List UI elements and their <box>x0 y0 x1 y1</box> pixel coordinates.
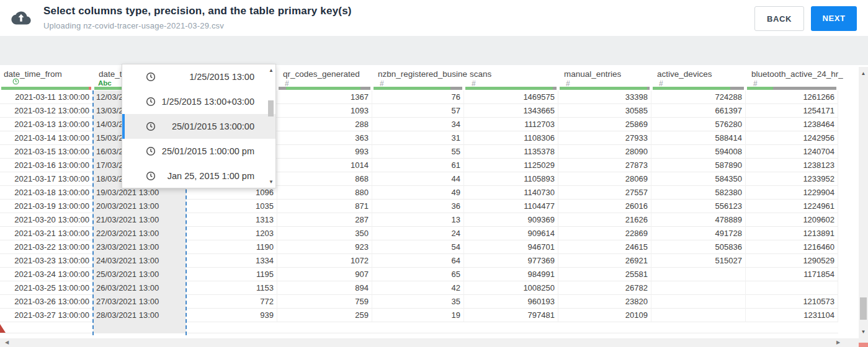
cell[interactable]: 587890 <box>651 159 746 172</box>
cell[interactable]: 24 <box>372 227 464 240</box>
cell[interactable]: 23/03/2021 13:00 <box>93 240 186 254</box>
cell[interactable]: 1469575 <box>464 90 558 104</box>
cell[interactable]: 2021-03-20 13:00:00 <box>0 213 93 227</box>
cell[interactable]: 1210573 <box>746 295 838 309</box>
cell[interactable]: 26921 <box>558 254 651 268</box>
cell[interactable] <box>746 281 838 295</box>
dropdown-option[interactable]: 25/01/2015 1:00:00 pm <box>122 139 275 164</box>
cell[interactable]: 27/03/2021 13:00 <box>93 295 186 309</box>
cell[interactable]: 1014 <box>277 159 372 172</box>
cell[interactable]: 2021-03-16 13:00:00 <box>0 159 93 172</box>
cell[interactable]: 1254171 <box>746 104 838 118</box>
cell[interactable]: 2021-03-17 13:00:00 <box>0 172 93 186</box>
cell[interactable]: 1093 <box>277 104 372 118</box>
cell[interactable]: 21626 <box>558 213 651 227</box>
cell[interactable]: 57 <box>372 104 464 118</box>
cell[interactable]: 24615 <box>558 240 651 254</box>
cell[interactable]: 65 <box>372 268 464 281</box>
next-button[interactable]: NEXT <box>811 6 857 31</box>
cell[interactable]: 977369 <box>464 254 558 268</box>
cell[interactable]: 28/03/2021 13:00 <box>93 309 186 322</box>
cell[interactable]: 27557 <box>558 186 651 200</box>
cell[interactable]: 31 <box>372 131 464 145</box>
cell[interactable]: 2021-03-23 13:00:00 <box>0 254 93 268</box>
cell[interactable]: 22869 <box>558 227 651 240</box>
cell[interactable]: 894 <box>277 281 372 295</box>
cell[interactable]: 1135378 <box>464 145 558 159</box>
cell[interactable] <box>651 309 746 322</box>
cell[interactable]: 576280 <box>651 118 746 131</box>
cell[interactable]: 2021-03-25 13:00:00 <box>0 281 93 295</box>
cell[interactable]: 27873 <box>558 159 651 172</box>
cell[interactable]: 939 <box>186 309 277 322</box>
cell[interactable]: 907 <box>277 268 372 281</box>
cell[interactable]: 588414 <box>651 131 746 145</box>
cell[interactable]: 724288 <box>651 90 746 104</box>
cell[interactable]: 1224961 <box>746 200 838 213</box>
cell[interactable]: 2021-03-14 13:00:00 <box>0 131 93 145</box>
cell[interactable]: 960193 <box>464 295 558 309</box>
cell[interactable]: 35 <box>372 295 464 309</box>
dropdown-option[interactable]: 25/01/2015 13:00:00 <box>122 114 275 139</box>
cell[interactable]: 42 <box>372 281 464 295</box>
cell[interactable]: 64 <box>372 254 464 268</box>
cell[interactable]: 288 <box>277 118 372 131</box>
cell[interactable]: 363 <box>277 131 372 145</box>
cell[interactable]: 49 <box>372 186 464 200</box>
scroll-right-icon[interactable]: ▶ <box>836 338 840 347</box>
cell[interactable]: 1231104 <box>746 309 838 322</box>
cell[interactable]: 1072 <box>277 254 372 268</box>
cell[interactable]: 25869 <box>558 118 651 131</box>
cell[interactable]: 2021-03-19 13:00:00 <box>0 200 93 213</box>
cell[interactable]: 27933 <box>558 131 651 145</box>
cell[interactable]: 661397 <box>651 104 746 118</box>
cell[interactable]: 594008 <box>651 145 746 159</box>
cell[interactable]: 1233952 <box>746 172 838 186</box>
cell[interactable]: 909614 <box>464 227 558 240</box>
cell[interactable]: 350 <box>277 227 372 240</box>
cell[interactable]: 61 <box>372 159 464 172</box>
cell[interactable]: 287 <box>277 213 372 227</box>
cell[interactable]: 1367 <box>277 90 372 104</box>
cell[interactable]: 26782 <box>558 281 651 295</box>
cell[interactable]: 1140730 <box>464 186 558 200</box>
cell[interactable] <box>651 295 746 309</box>
dropdown-scroll-up-icon[interactable]: ▲ <box>267 68 275 73</box>
cell[interactable]: 1290529 <box>746 254 838 268</box>
cell[interactable]: 2021-03-12 13:00:00 <box>0 104 93 118</box>
cell[interactable]: 1171854 <box>746 268 838 281</box>
cell[interactable]: 1216460 <box>746 240 838 254</box>
cell[interactable]: 1190 <box>186 240 277 254</box>
cell[interactable]: 946701 <box>464 240 558 254</box>
cell[interactable] <box>651 268 746 281</box>
cell[interactable]: 1334 <box>186 254 277 268</box>
cell[interactable]: 1125029 <box>464 159 558 172</box>
cell[interactable]: 1240704 <box>746 145 838 159</box>
cell[interactable]: 1203 <box>186 227 277 240</box>
cell[interactable]: 33398 <box>558 90 651 104</box>
scroll-down-icon[interactable]: ▼ <box>859 329 868 335</box>
cell[interactable]: 54 <box>372 240 464 254</box>
cell[interactable]: 2021-03-26 13:00:00 <box>0 295 93 309</box>
cell[interactable]: 1343665 <box>464 104 558 118</box>
cell[interactable]: 515027 <box>651 254 746 268</box>
cell[interactable]: 25/03/2021 13:00 <box>93 268 186 281</box>
cell[interactable]: 2021-03-15 13:00:00 <box>0 145 93 159</box>
dropdown-option[interactable]: 1/25/2015 13:00+03:00 <box>122 89 275 114</box>
dropdown-option[interactable]: 1/25/2015 13:00 <box>122 64 275 89</box>
cell[interactable]: 556123 <box>651 200 746 213</box>
cell[interactable]: 21/03/2021 13:00 <box>93 213 186 227</box>
cell[interactable]: 44 <box>372 172 464 186</box>
cell[interactable]: 759 <box>277 295 372 309</box>
cell[interactable]: 30585 <box>558 104 651 118</box>
cell[interactable]: 1195 <box>186 268 277 281</box>
cell[interactable]: 478889 <box>651 213 746 227</box>
cell[interactable]: 880 <box>277 186 372 200</box>
cell[interactable]: 1112703 <box>464 118 558 131</box>
cell[interactable]: 2021-03-18 13:00:00 <box>0 186 93 200</box>
cell[interactable]: 28069 <box>558 172 651 186</box>
cell[interactable]: 1108306 <box>464 131 558 145</box>
cell[interactable]: 1213891 <box>746 227 838 240</box>
dropdown-scroll-down-icon[interactable]: ▼ <box>267 179 275 185</box>
cell[interactable]: 1313 <box>186 213 277 227</box>
